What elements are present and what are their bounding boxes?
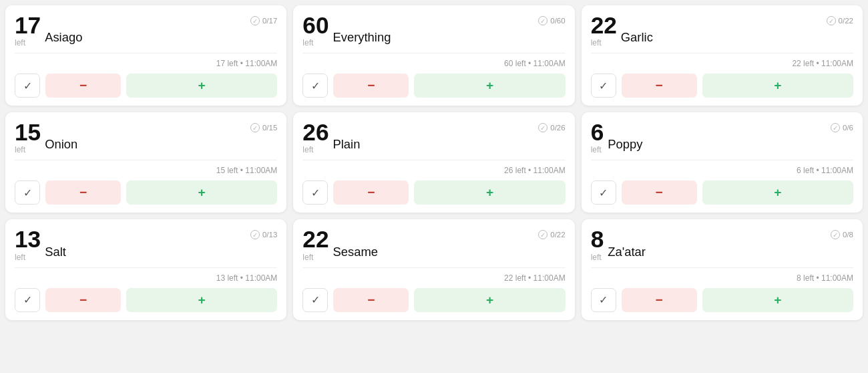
badge-check-icon: ✓ — [831, 123, 840, 132]
plus-button[interactable]: + — [126, 288, 277, 312]
card-header-left: 26 left Plain — [302, 120, 360, 154]
badge-check-icon: ✓ — [538, 16, 548, 25]
divider — [302, 267, 565, 268]
card-actions: ✓ − + — [302, 74, 565, 98]
check-button[interactable]: ✓ — [591, 180, 616, 205]
card-header: 13 left Salt ✓ 0/13 — [15, 227, 277, 261]
card-number: 26 — [302, 120, 329, 144]
card-footer-text: 22 left • 11:00AM — [591, 59, 853, 68]
card-grid: 17 left Asiago ✓ 0/17 17 left • 11:00AM … — [5, 5, 863, 320]
minus-button[interactable]: − — [622, 180, 697, 205]
divider — [15, 160, 277, 160]
card-actions: ✓ − + — [591, 180, 853, 205]
card-footer-text: 17 left • 11:00AM — [15, 59, 277, 68]
check-button[interactable]: ✓ — [302, 288, 328, 312]
card-badge: ✓ 0/8 — [831, 227, 853, 239]
card-badge: ✓ 0/26 — [538, 120, 565, 132]
divider — [591, 267, 853, 268]
badge-check-icon: ✓ — [827, 16, 836, 25]
plus-button[interactable]: + — [414, 74, 565, 98]
check-button[interactable]: ✓ — [591, 74, 616, 98]
minus-button[interactable]: − — [622, 74, 697, 98]
plus-button[interactable]: + — [414, 180, 565, 205]
card-header: 22 left Garlic ✓ 0/22 — [591, 13, 853, 47]
badge-count: 0/6 — [843, 124, 853, 132]
minus-button[interactable]: − — [45, 74, 121, 98]
badge-count: 0/13 — [262, 231, 277, 239]
card-header-left: 22 left Garlic — [591, 13, 653, 47]
card-left-label: left — [302, 253, 313, 262]
minus-button[interactable]: − — [45, 288, 121, 312]
check-button[interactable]: ✓ — [591, 288, 616, 312]
badge-check-icon: ✓ — [250, 123, 260, 132]
badge-count: 0/26 — [550, 124, 565, 132]
card-header-left: 17 left Asiago — [15, 13, 82, 47]
card-footer-text: 26 left • 11:00AM — [302, 166, 565, 175]
badge-check-icon: ✓ — [250, 230, 260, 239]
plus-button[interactable]: + — [126, 74, 277, 98]
card-everything: 60 left Everything ✓ 0/60 60 left • 11:0… — [293, 5, 574, 106]
card-garlic: 22 left Garlic ✓ 0/22 22 left • 11:00AM … — [582, 5, 863, 106]
divider — [15, 53, 277, 53]
card-number: 13 — [15, 227, 41, 251]
badge-count: 0/17 — [262, 17, 277, 25]
minus-button[interactable]: − — [333, 74, 409, 98]
card-number-block: 17 left — [15, 13, 41, 47]
card-name: Salt — [41, 245, 66, 262]
badge-count: 0/15 — [262, 124, 277, 132]
divider — [15, 267, 277, 268]
card-badge: ✓ 0/22 — [538, 227, 565, 239]
card-badge: ✓ 0/17 — [250, 13, 277, 25]
card-header: 60 left Everything ✓ 0/60 — [302, 13, 565, 47]
card-badge: ✓ 0/15 — [250, 120, 277, 132]
card-footer-text: 60 left • 11:00AM — [302, 59, 565, 68]
plus-button[interactable]: + — [702, 74, 853, 98]
divider — [302, 160, 565, 160]
card-name: Asiago — [41, 30, 82, 47]
divider — [591, 160, 853, 160]
card-number: 60 — [302, 13, 329, 37]
minus-button[interactable]: − — [622, 288, 697, 312]
card-left-label: left — [15, 145, 25, 154]
card-actions: ✓ − + — [15, 74, 277, 98]
card-onion: 15 left Onion ✓ 0/15 15 left • 11:00AM ✓… — [5, 112, 286, 213]
card-number-block: 22 left — [591, 13, 617, 47]
check-button[interactable]: ✓ — [302, 180, 328, 205]
card-name: Onion — [41, 137, 77, 154]
card-zaatar: 8 left Za'atar ✓ 0/8 8 left • 11:00AM ✓ … — [582, 219, 863, 320]
card-number-block: 22 left — [302, 227, 329, 261]
card-name: Sesame — [329, 245, 377, 262]
card-number-block: 26 left — [302, 120, 329, 154]
card-name: Garlic — [617, 30, 653, 47]
card-number: 8 — [591, 227, 604, 251]
plus-button[interactable]: + — [702, 288, 853, 312]
card-left-label: left — [591, 38, 602, 47]
plus-button[interactable]: + — [126, 180, 277, 205]
check-button[interactable]: ✓ — [302, 74, 328, 98]
minus-button[interactable]: − — [333, 180, 409, 205]
card-actions: ✓ − + — [591, 288, 853, 312]
minus-button[interactable]: − — [45, 180, 121, 205]
card-actions: ✓ − + — [15, 288, 277, 312]
card-poppy: 6 left Poppy ✓ 0/6 6 left • 11:00AM ✓ − … — [582, 112, 863, 213]
plus-button[interactable]: + — [414, 288, 565, 312]
check-button[interactable]: ✓ — [15, 74, 40, 98]
card-header: 22 left Sesame ✓ 0/22 — [302, 227, 565, 261]
card-left-label: left — [302, 38, 313, 47]
check-button[interactable]: ✓ — [15, 288, 40, 312]
card-number: 22 — [302, 227, 329, 251]
plus-button[interactable]: + — [702, 180, 853, 205]
minus-button[interactable]: − — [333, 288, 409, 312]
card-footer-text: 22 left • 11:00AM — [302, 273, 565, 283]
card-footer-text: 15 left • 11:00AM — [15, 166, 277, 175]
card-number: 15 — [15, 120, 41, 144]
check-button[interactable]: ✓ — [15, 180, 40, 205]
card-number-block: 13 left — [15, 227, 41, 261]
divider — [591, 53, 853, 53]
card-actions: ✓ − + — [302, 180, 565, 205]
card-header: 17 left Asiago ✓ 0/17 — [15, 13, 277, 47]
card-badge: ✓ 0/13 — [250, 227, 277, 239]
badge-count: 0/60 — [550, 17, 565, 25]
card-number: 22 — [591, 13, 617, 37]
card-number-block: 15 left — [15, 120, 41, 154]
